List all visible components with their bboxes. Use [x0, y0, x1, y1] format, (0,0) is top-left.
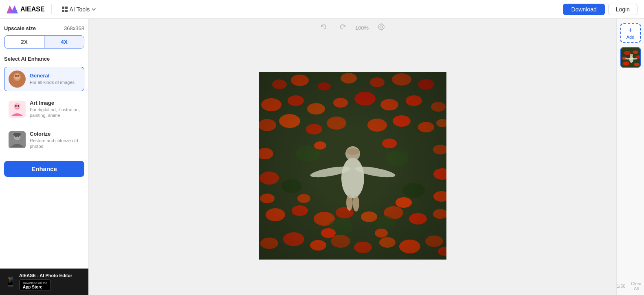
upscale-size-value: 368x368: [64, 25, 84, 31]
plus-icon: +: [628, 26, 633, 34]
svg-point-11: [14, 103, 20, 110]
svg-point-8: [15, 75, 17, 77]
general-thumb: [9, 70, 26, 88]
colorize-title: Colorize: [30, 131, 80, 137]
grid-icon: [62, 6, 68, 13]
upscale-2x-button[interactable]: 2X: [4, 36, 44, 48]
svg-point-95: [624, 51, 631, 55]
canvas-main: [89, 37, 616, 295]
general-title: General: [30, 73, 75, 79]
svg-point-90: [297, 194, 310, 203]
svg-point-13: [18, 105, 19, 107]
svg-rect-3: [62, 10, 64, 12]
app-promo-title: AIEASE - AI Photo Editor: [19, 273, 84, 278]
upscale-buttons: 2X 4X: [4, 35, 84, 48]
image-container: [259, 72, 446, 260]
redo-icon: [339, 23, 346, 31]
general-info: General For all kinds of images: [30, 73, 75, 85]
canvas-area: 100%: [89, 19, 616, 295]
svg-rect-4: [65, 10, 68, 12]
fit-screen-button[interactable]: [375, 22, 387, 34]
svg-point-21: [380, 26, 382, 28]
upscale-4x-button[interactable]: 4X: [44, 36, 84, 48]
app-store-name: App Store: [23, 285, 42, 289]
undo-button[interactable]: [318, 22, 330, 34]
svg-point-100: [634, 63, 640, 66]
phone-icon: 📱: [5, 277, 16, 287]
image-count: 1/50: [617, 284, 625, 288]
logo-text: AIEASE: [20, 6, 45, 13]
right-panel: + Add 1/50 Clear All: [616, 19, 644, 295]
svg-point-88: [314, 141, 326, 150]
svg-point-102: [630, 54, 633, 57]
logo: AIEASE: [7, 5, 45, 13]
svg-point-104: [631, 58, 637, 59]
image-thumbnail[interactable]: [620, 47, 641, 68]
svg-rect-19: [14, 133, 20, 135]
panel-footer: 1/50 Clear All: [617, 281, 644, 291]
add-label: Add: [626, 35, 635, 40]
art-thumb: [9, 101, 26, 118]
upscale-section: Upscale size 368x368 2X 4X: [4, 25, 84, 48]
header-divider: [51, 4, 52, 14]
svg-rect-2: [65, 7, 68, 9]
svg-point-99: [623, 62, 629, 66]
svg-rect-1: [62, 7, 64, 9]
login-button[interactable]: Login: [608, 4, 637, 15]
enhance-option-general[interactable]: General For all kinds of images: [4, 67, 84, 91]
main-layout: Upscale size 368x368 2X 4X Select AI Enh…: [0, 19, 644, 295]
undo-icon: [320, 23, 327, 31]
enhance-option-art[interactable]: Art Image For digital art, illustration,…: [4, 96, 84, 122]
redo-button[interactable]: [336, 22, 349, 34]
header-actions: Download Login: [563, 4, 637, 15]
clear-all-button[interactable]: Clear All: [629, 281, 644, 291]
thumbnail-image: [621, 48, 641, 68]
download-button[interactable]: Download: [563, 4, 604, 15]
colorize-thumb: [9, 131, 26, 148]
app-store-badge[interactable]: Download on the App Store: [19, 280, 51, 291]
upscale-header: Upscale size 368x368: [4, 25, 84, 31]
target-icon: [378, 23, 385, 31]
enhance-button[interactable]: Enhance: [4, 161, 84, 177]
svg-point-92: [321, 228, 336, 238]
svg-point-7: [14, 74, 20, 79]
svg-rect-87: [259, 72, 446, 260]
app-promo-bar: 📱 AIEASE - AI Photo Editor Download on t…: [0, 269, 89, 295]
logo-icon: [7, 5, 18, 13]
select-enhance-label: Select AI Enhance: [4, 56, 84, 62]
main-image: [259, 72, 446, 260]
sidebar: Upscale size 368x368 2X 4X Select AI Enh…: [0, 19, 89, 295]
ai-tools-menu[interactable]: AI Tools: [58, 4, 100, 14]
svg-point-20: [378, 24, 384, 30]
download-on-label: Download on the: [23, 281, 47, 285]
header: AIEASE AI Tools Download Login: [0, 0, 644, 19]
general-desc: For all kinds of images: [30, 79, 75, 85]
art-desc: For digital art, illustration, painting,…: [30, 107, 80, 119]
app-promo-content: AIEASE - AI Photo Editor Download on the…: [19, 273, 84, 291]
zoom-label: 100%: [355, 25, 369, 31]
svg-point-93: [375, 229, 388, 238]
svg-point-96: [633, 51, 638, 54]
svg-point-12: [15, 105, 17, 107]
upscale-label: Upscale size: [4, 25, 36, 31]
add-image-button[interactable]: + Add: [620, 23, 641, 43]
svg-point-9: [18, 75, 20, 77]
ai-tools-label: AI Tools: [70, 6, 90, 13]
svg-point-91: [396, 197, 412, 208]
enhance-option-colorize[interactable]: Colorize Restore and colorize old photos: [4, 127, 84, 153]
canvas-toolbar: 100%: [89, 19, 616, 37]
colorize-desc: Restore and colorize old photos: [30, 138, 80, 150]
colorize-info: Colorize Restore and colorize old photos: [30, 131, 80, 150]
svg-point-89: [382, 139, 397, 148]
art-title: Art Image: [30, 100, 80, 106]
svg-marker-0: [7, 5, 18, 13]
svg-point-103: [625, 58, 632, 59]
chevron-down-icon: [91, 7, 96, 12]
svg-point-101: [629, 56, 633, 63]
art-info: Art Image For digital art, illustration,…: [30, 100, 80, 119]
